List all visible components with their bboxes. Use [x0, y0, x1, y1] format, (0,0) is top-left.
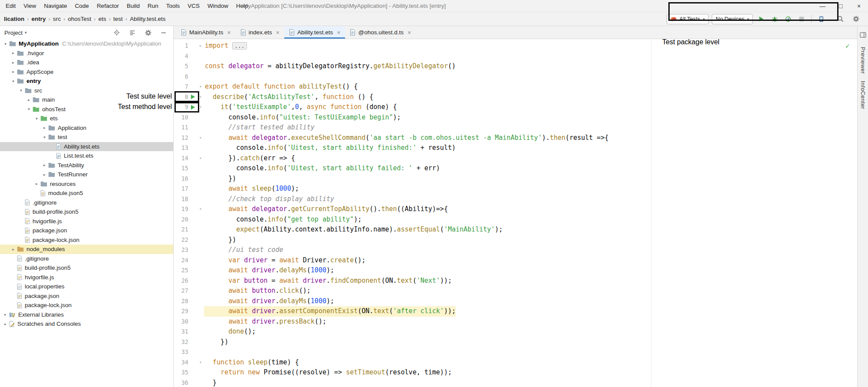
inspection-ok-icon[interactable]: ✓ — [845, 42, 850, 50]
minimize-button[interactable]: — — [813, 0, 832, 12]
code-line-7[interactable]: 7▾export default function abilityTest() … — [174, 82, 857, 92]
code-line-24[interactable]: 24 var driver = await Driver.create(); — [174, 255, 857, 266]
code-line-26[interactable]: 26 var button = await driver.findCompone… — [174, 276, 857, 286]
code-line-29[interactable]: 29 await driver.assertComponentExist(ON.… — [174, 306, 857, 317]
breadcrumb-ets[interactable]: ets — [98, 16, 107, 22]
tree-item-local-properties[interactable]: local.properties — [0, 282, 173, 291]
close-tab-icon[interactable]: × — [337, 29, 340, 36]
code-line-21[interactable]: 21 expect(Ability.context.abilityInfo.na… — [174, 225, 857, 235]
chevron-collapsed-icon[interactable]: ▸ — [34, 182, 39, 186]
tree-item-hvigorfile-js[interactable]: hvigorfile.js — [0, 217, 173, 226]
close-tab-icon[interactable]: × — [276, 29, 279, 36]
chevron-expanded-icon[interactable]: ▾ — [18, 88, 24, 93]
code-line-6[interactable]: 6 — [174, 72, 857, 82]
code-line-8[interactable]: 8▾ describe('ActsAbilityTest', function … — [174, 92, 857, 103]
tree-item-gitignore[interactable]: .gitignore — [0, 254, 173, 264]
fold-open-icon[interactable]: ▾ — [197, 102, 204, 112]
code-line-23[interactable]: 23 //ui test code — [174, 245, 857, 255]
code-line-16[interactable]: 16 }) — [174, 174, 857, 184]
chevron-collapsed-icon[interactable]: ▸ — [42, 126, 47, 130]
tree-item-gitignore[interactable]: .gitignore — [0, 198, 173, 208]
close-button[interactable]: × — [850, 0, 868, 12]
fold-open-icon[interactable]: ▾ — [197, 92, 204, 103]
settings-button[interactable] — [851, 14, 861, 24]
stop-button[interactable] — [796, 14, 807, 24]
tree-item-package-lock-json[interactable]: package-lock.json — [0, 301, 173, 310]
menu-view[interactable]: View — [20, 3, 40, 9]
code-line-9[interactable]: 9▾ it('testUiExample',0, async function … — [174, 102, 857, 112]
breadcrumb-ohostest[interactable]: ohosTest — [67, 16, 92, 22]
tool-window-button-previewer[interactable]: Previewer — [860, 47, 866, 74]
tab-mainability-ts[interactable]: MainAbility.ts× — [176, 26, 236, 39]
code-line-32[interactable]: 32 }) — [174, 337, 857, 347]
tree-item-test[interactable]: ▾test — [0, 132, 173, 142]
panel-settings-button[interactable] — [143, 27, 153, 38]
menu-vcs[interactable]: VCS — [184, 3, 204, 9]
fold-open-icon[interactable]: ▾ — [197, 133, 204, 143]
tree-item-hvigor[interactable]: ▸.hvigor — [0, 49, 173, 58]
code-line-4[interactable]: 4 — [174, 51, 857, 62]
menu-window[interactable]: Window — [204, 3, 232, 9]
hide-panel-button[interactable] — [158, 27, 169, 38]
code-editor[interactable]: ✓ 1▸import ...45const delegator = abilit… — [174, 39, 857, 387]
code-line-20[interactable]: 20 console.info("get top ability"); — [174, 215, 857, 225]
fold-open-icon[interactable]: ▾ — [197, 82, 204, 92]
device-selector[interactable]: No Devices▾ — [712, 14, 753, 24]
code-line-5[interactable]: 5const delegator = abilityDelegatorRegis… — [174, 61, 857, 72]
breadcrumb-lication[interactable]: lication — [3, 16, 25, 22]
chevron-expanded-icon[interactable]: ▾ — [34, 116, 39, 121]
fold-open-icon[interactable]: ▾ — [197, 357, 204, 368]
debug-button[interactable] — [769, 14, 780, 24]
menu-code[interactable]: Code — [71, 3, 93, 9]
chevron-collapsed-icon[interactable]: ▸ — [10, 60, 16, 65]
tab-ohos-uitest-d-ts[interactable]: @ohos.uitest.d.ts× — [345, 26, 416, 39]
tree-item-entry[interactable]: ▾entry — [0, 76, 173, 86]
tree-item-package-json[interactable]: package.json — [0, 226, 173, 235]
tool-window-button-infocenter[interactable]: InfoCenter — [860, 81, 866, 109]
code-line-36[interactable]: 36 } — [174, 378, 857, 387]
device-manager-button[interactable] — [816, 14, 826, 24]
chevron-collapsed-icon[interactable]: ▸ — [26, 98, 32, 102]
run-config-selector[interactable]: All Tests▾ — [667, 14, 709, 24]
close-tab-icon[interactable]: × — [408, 29, 411, 36]
tree-item-package-json[interactable]: package.json — [0, 291, 173, 301]
tree-item-appscope[interactable]: ▸AppScope — [0, 67, 173, 77]
tree-item-build-profile-json5[interactable]: build-profile.json5 — [0, 263, 173, 273]
code-line-19[interactable]: 19▾ await delegator.getCurrentTopAbility… — [174, 204, 857, 215]
tree-item-ability-test-ets[interactable]: Ability.test.ets — [0, 142, 173, 152]
chevron-expanded-icon[interactable]: ▾ — [3, 42, 8, 46]
code-line-15[interactable]: 15 console.info('Uitest, start ability f… — [174, 163, 857, 174]
chevron-collapsed-icon[interactable]: ▸ — [10, 247, 16, 251]
code-line-34[interactable]: 34▾ function sleep(time) { — [174, 357, 857, 368]
tab-index-ets[interactable]: index.ets× — [236, 26, 284, 39]
tree-item-testability[interactable]: ▸TestAbility — [0, 161, 173, 170]
menu-tools[interactable]: Tools — [162, 3, 184, 9]
maximize-button[interactable]: □ — [832, 0, 850, 12]
code-line-35[interactable]: 35 return new Promise((resolve) => setTi… — [174, 367, 857, 378]
tree-item-myapplication[interactable]: ▾MyApplicationC:\Users\lenovo\Desktop\My… — [0, 39, 173, 49]
tree-item-node-modules[interactable]: ▸node_modules — [0, 245, 173, 254]
run-test-icon[interactable] — [188, 102, 197, 112]
menu-run[interactable]: Run — [144, 3, 162, 9]
tree-item-testrunner[interactable]: ▸TestRunner — [0, 170, 173, 179]
chevron-collapsed-icon[interactable]: ▸ — [3, 322, 8, 326]
code-line-28[interactable]: 28 await driver.delayMs(1000); — [174, 296, 857, 307]
breadcrumb-entry[interactable]: entry — [31, 16, 46, 22]
code-line-31[interactable]: 31 done(); — [174, 327, 857, 337]
code-line-18[interactable]: 18 //check top display ability — [174, 194, 857, 205]
fold-collapsed-icon[interactable]: ▸ — [197, 41, 204, 51]
tab-ability-test-ets[interactable]: Ability.test.ets× — [284, 26, 345, 39]
menu-edit[interactable]: Edit — [2, 3, 20, 9]
code-line-33[interactable]: 33 — [174, 347, 857, 357]
profile-button[interactable] — [783, 14, 793, 24]
code-line-12[interactable]: 12▾ await delegator.executeShellCommand(… — [174, 133, 857, 143]
run-button[interactable] — [756, 14, 766, 24]
tree-item-build-profile-json5[interactable]: build-profile.json5 — [0, 207, 173, 217]
code-line-11[interactable]: 11 //start tested ability — [174, 122, 857, 133]
breadcrumb-src[interactable]: src — [53, 16, 61, 22]
tree-item-scratches-and-consoles[interactable]: ▸Scratches and Consoles — [0, 319, 173, 329]
run-test-icon[interactable] — [188, 92, 197, 103]
tree-item-list-test-ets[interactable]: List.test.ets — [0, 151, 173, 161]
tree-item-application[interactable]: ▸Application — [0, 123, 173, 133]
code-line-17[interactable]: 17 await sleep(1000); — [174, 184, 857, 194]
